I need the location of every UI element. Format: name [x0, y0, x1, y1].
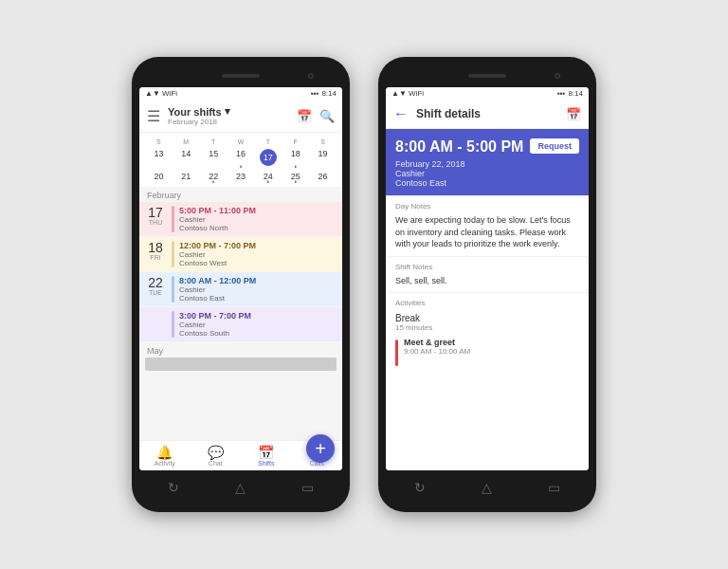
shift-date-17: 17 THU: [145, 206, 172, 232]
activities-label: Activities: [386, 292, 589, 309]
back-button[interactable]: ←: [393, 105, 409, 122]
activity-name: Meet & greet: [404, 338, 470, 347]
cal-day-16[interactable]: 16•: [228, 147, 255, 168]
nav-chat[interactable]: 💬 Chat: [191, 441, 242, 470]
status-bar-2: ▲▼ WiFi ▪▪▪ 8:14: [386, 87, 589, 100]
break-duration: 15 minutes: [395, 323, 579, 332]
phone-bottom-2: ↻ △ ▭: [386, 474, 589, 501]
cal-day-15[interactable]: 15: [200, 147, 228, 168]
shift-date-empty: [145, 311, 172, 338]
break-item: Break 15 minutes: [386, 309, 589, 334]
nav-shifts[interactable]: 📅 Shifts: [241, 441, 292, 470]
shift-notes-text: Sell, sell, sell.: [386, 273, 589, 293]
month-label-february: February: [139, 187, 342, 202]
status-time-2: 8:14: [568, 89, 583, 98]
header-subtitle: February 2018: [168, 118, 297, 126]
shift-item-tue-1[interactable]: 22 TUE 8:00 AM - 12:00 PM Cashier Contos…: [139, 272, 342, 306]
back-hw-btn-2[interactable]: ↻: [414, 480, 426, 495]
nav-chat-label: Chat: [209, 460, 223, 467]
day-notes-label: Day Notes: [386, 195, 589, 212]
phone-screen-1: ▲▼ WiFi ▪▪▪ 8:14 ☰ Your shifts ▾ Februar…: [139, 87, 342, 470]
search-icon-1[interactable]: 🔍: [319, 109, 335, 123]
back-hw-btn-1[interactable]: ↻: [168, 480, 179, 495]
may-placeholder: [145, 358, 337, 371]
shift-role-3: Cashier: [179, 285, 337, 294]
cal-day-26[interactable]: 26: [309, 170, 337, 183]
shift-time-1: 5:00 PM - 11:00 PM: [179, 206, 337, 215]
header-icons: 📅 🔍: [297, 109, 335, 123]
phone-1: ▲▼ WiFi ▪▪▪ 8:14 ☰ Your shifts ▾ Februar…: [132, 57, 350, 512]
activity-icon: 🔔: [156, 445, 173, 460]
shift-role-2: Cashier: [179, 250, 337, 259]
shift-details-3: 8:00 AM - 12:00 PM Cashier Contoso East: [179, 276, 337, 303]
shift-details-title: Shift details: [416, 107, 566, 120]
shift-location-1: Contoso North: [179, 224, 337, 232]
cal-day-14[interactable]: 14: [173, 147, 200, 168]
speaker-2: [468, 74, 506, 78]
shift-bar-3: [172, 276, 174, 303]
shift-details-1: 5:00 PM - 11:00 PM Cashier Contoso North: [179, 206, 337, 232]
phone-2: ▲▼ WiFi ▪▪▪ 8:14 ← Shift details 📅 8:00 …: [378, 57, 596, 512]
day-labels-row: S M T W T F S: [145, 137, 337, 147]
shift-date-18: 18 FRI: [145, 241, 172, 267]
month-label-may: May: [139, 342, 342, 358]
status-battery-2: ▪▪▪: [557, 89, 566, 98]
speaker-1: [222, 74, 260, 78]
shift-details-4: 3:00 PM - 7:00 PM Cashier Contoso South: [179, 311, 337, 338]
break-name: Break: [395, 313, 579, 323]
home-hw-btn-2[interactable]: △: [482, 480, 492, 495]
schedule-icon-1[interactable]: 📅: [297, 109, 312, 123]
shift-role-4: Cashier: [179, 321, 337, 329]
cal-label-t2: T: [254, 137, 282, 147]
shift-time-4: 3:00 PM - 7:00 PM: [179, 311, 337, 321]
schedule-icon-2[interactable]: 📅: [566, 107, 581, 121]
title-arrow[interactable]: ▾: [225, 105, 230, 118]
shift-details-2: 12:00 PM - 7:00 PM Cashier Contoso West: [179, 241, 337, 267]
scene: ▲▼ WiFi ▪▪▪ 8:14 ☰ Your shifts ▾ Februar…: [0, 0, 728, 569]
cal-day-17[interactable]: 17: [254, 147, 282, 168]
recent-hw-btn-2[interactable]: ▭: [548, 480, 560, 495]
cal-day-18[interactable]: 18•: [282, 147, 309, 168]
status-signal-2: ▲▼ WiFi: [391, 89, 555, 98]
shift-notes-label: Shift Notes: [386, 256, 589, 273]
cal-day-25[interactable]: 25•: [282, 170, 309, 183]
shifts-list: February 17 THU 5:00 PM - 11:00 PM Cashi…: [139, 187, 342, 440]
menu-icon[interactable]: ☰: [147, 107, 160, 125]
shift-location-4: Contoso South: [179, 329, 337, 338]
shift-role-1: Cashier: [179, 215, 337, 224]
cal-label-s1: S: [145, 137, 173, 147]
shift-item-fri[interactable]: 18 FRI 12:00 PM - 7:00 PM Cashier Contos…: [139, 237, 342, 271]
cal-day-19[interactable]: 19: [309, 147, 337, 168]
shift-item-tue-2[interactable]: 3:00 PM - 7:00 PM Cashier Contoso South: [139, 307, 342, 341]
recent-hw-btn-1[interactable]: ▭: [301, 480, 314, 495]
fab-add[interactable]: +: [306, 434, 335, 463]
p2-header: ← Shift details 📅: [386, 100, 589, 129]
nav-shifts-label: Shifts: [258, 460, 275, 467]
day-notes-text: We are expecting today to be slow. Let's…: [386, 212, 589, 256]
cal-day-13[interactable]: 13: [145, 147, 173, 168]
shift-time-3: 8:00 AM - 12:00 PM: [179, 276, 337, 285]
status-battery: ▪▪▪: [311, 89, 319, 98]
cal-day-20[interactable]: 20: [145, 170, 173, 183]
shift-hero-time-row: 8:00 AM - 5:00 PM Request: [395, 138, 579, 156]
request-button[interactable]: Request: [530, 138, 579, 154]
meet-greet-item[interactable]: Meet & greet 9:00 AM - 10:00 AM: [386, 334, 589, 370]
shift-location-2: Contoso West: [179, 259, 337, 267]
cal-week-1: 13 14 15 16• 17 18• 19: [145, 147, 337, 168]
cal-label-f: F: [282, 137, 309, 147]
shift-hero-date: February 22, 2018: [395, 159, 579, 169]
cal-day-22[interactable]: 22•: [200, 170, 228, 183]
details-scroll: Day Notes We are expecting today to be s…: [386, 195, 589, 470]
p1-header: ☰ Your shifts ▾ February 2018 📅 🔍: [139, 100, 342, 133]
cal-day-21[interactable]: 21: [173, 170, 200, 183]
shift-hero-role: Cashier: [395, 169, 579, 178]
shift-item-thu[interactable]: 17 THU 5:00 PM - 11:00 PM Cashier Contos…: [139, 202, 342, 236]
front-camera-1: [308, 73, 314, 79]
shift-time-2: 12:00 PM - 7:00 PM: [179, 241, 337, 250]
cal-day-24[interactable]: 24•: [254, 170, 282, 183]
phone-top-1: [139, 68, 342, 83]
cal-day-23[interactable]: 23: [228, 170, 255, 183]
nav-activity[interactable]: 🔔 Activity: [139, 441, 191, 470]
home-hw-btn-1[interactable]: △: [235, 480, 246, 495]
shift-hero-location: Contoso East: [395, 178, 579, 188]
